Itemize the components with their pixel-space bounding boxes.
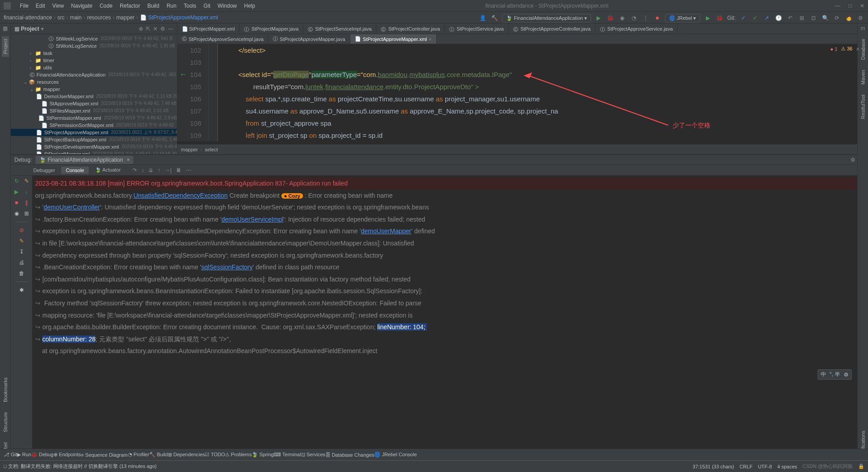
tree-row[interactable]: ⒸFinancialAttendanceApplication2023/8/19…	[11, 71, 177, 78]
tree-row[interactable]: ›📁utils	[11, 64, 177, 71]
lock-icon[interactable]: 🔒	[858, 463, 864, 469]
error-indicator[interactable]: ● 1	[830, 46, 837, 52]
warning-indicator[interactable]: ⚠ 36	[841, 46, 852, 52]
right-tab-maven[interactable]: Maven	[859, 67, 867, 87]
menu-view[interactable]: View	[49, 3, 68, 9]
left-tab-structure[interactable]: Structure	[2, 409, 9, 435]
git-rollback-icon[interactable]: ↶	[786, 14, 794, 22]
avatar-icon[interactable]: 🧑	[845, 14, 853, 22]
tree-row[interactable]: ⌄📦resources	[11, 78, 177, 86]
bottom-tab-dependencies[interactable]: ⊞ Dependencies	[168, 452, 205, 458]
layout-icon[interactable]: ⊞	[23, 210, 30, 217]
editor-tab[interactable]: ⒸStProjectApproveController.java	[509, 23, 596, 34]
tree-row[interactable]: ›📁timer	[11, 57, 177, 64]
more-icon[interactable]: ⋮	[642, 14, 650, 22]
jrebel-run-icon[interactable]: ▶	[704, 14, 712, 22]
breadcrumb-item[interactable]: financial-attendance	[4, 14, 52, 21]
debug-run-tab[interactable]: 🍃 FinancialAttendanceApplication×	[36, 156, 133, 164]
indent[interactable]: 4 spaces	[778, 464, 797, 469]
profile-icon[interactable]: ◔	[630, 14, 638, 22]
chevron-up-icon[interactable]: ʌ	[856, 46, 859, 52]
close-icon[interactable]: ×	[429, 36, 431, 42]
menu-navigate[interactable]: Navigate	[68, 3, 96, 9]
step-over-icon[interactable]: ↷	[132, 167, 137, 173]
menu-tools[interactable]: Tools	[180, 3, 200, 9]
settings2-icon[interactable]: ✱	[18, 286, 25, 294]
tree-row[interactable]: 📄StFilesMapper.xml2023/8/19 0019 下午 4:49…	[11, 107, 177, 114]
actuator-tab[interactable]: 🍃 Actuator	[90, 166, 125, 174]
breadcrumb-item[interactable]: main	[70, 14, 81, 21]
step-out-icon[interactable]: ↑	[158, 167, 160, 173]
project-tree[interactable]: ⒾStWeekLogService2023/8/19 0019 下午 4:49:…	[11, 34, 177, 154]
rerun-icon[interactable]: ↻	[13, 177, 20, 185]
stop-icon[interactable]: ■	[653, 14, 661, 22]
bottom-tab-spring[interactable]: 🍃 Spring	[252, 452, 274, 458]
sync-icon[interactable]: ⟳	[833, 14, 841, 22]
exception-link[interactable]: demoUserController	[44, 204, 100, 211]
more3-icon[interactable]: ⊡	[809, 14, 818, 22]
scroll-icon[interactable]: ↧	[18, 248, 25, 255]
menu-git[interactable]: Git	[200, 3, 214, 9]
tree-row[interactable]: 📄StProjectBackupMapper.xml2023/8/19 0019…	[11, 136, 177, 143]
editor-tab[interactable]: 📄StProjectApproveMapper.xml ×	[350, 34, 437, 44]
editor-tab[interactable]: ⒾStProjectApproveMapper.java	[268, 34, 350, 44]
close-tab-icon[interactable]: ×	[127, 157, 130, 163]
menu-refactor[interactable]: Refactor	[116, 3, 144, 9]
project-icon[interactable]: ▦	[3, 25, 8, 32]
tree-row[interactable]: ›📁task	[11, 50, 177, 57]
evaluate-icon[interactable]: 🖩	[176, 167, 181, 173]
clear-icon[interactable]: 🗑	[18, 270, 25, 277]
jrebel-dropdown[interactable]: 🌀 JRebel ▾	[665, 14, 700, 23]
menu-edit[interactable]: Edit	[32, 3, 49, 9]
run-icon[interactable]: ▶	[595, 14, 603, 22]
menu-file[interactable]: File	[16, 3, 32, 9]
hide-icon[interactable]: —	[168, 26, 173, 32]
gear-icon[interactable]: ⚙	[160, 26, 165, 32]
left-tab-bookmarks[interactable]: Bookmarks	[2, 375, 9, 405]
menu-run[interactable]: Run	[163, 3, 180, 9]
git-push-icon[interactable]: ↗	[763, 14, 771, 22]
bottom-tab-sequence-diagram[interactable]: ≡ Sequence Diagram	[81, 452, 128, 458]
git-history-icon[interactable]: 🕐	[774, 14, 782, 22]
rerun2-icon[interactable]: ↓	[23, 188, 30, 195]
close-icon[interactable]: ✕	[860, 3, 864, 9]
bottom-tab-jrebel[interactable]: 🌀 JRebel Console	[374, 452, 417, 458]
minimize-icon[interactable]: —	[835, 3, 841, 9]
tree-row[interactable]: 📄StApproveMapper.xml2023/8/19 0019 下午 4:…	[11, 100, 177, 107]
breadcrumb-item[interactable]: src	[57, 14, 64, 21]
console-output[interactable]: 2023-08-21 08:38:18.108 [main] ERROR org…	[32, 176, 868, 460]
editor-tab[interactable]: ⒸStProjectApproveServiceImpl.java	[177, 34, 268, 44]
run-to-cursor-icon[interactable]: →|	[165, 167, 172, 173]
line-separator[interactable]: CRLF	[740, 464, 753, 469]
editor-tab[interactable]: ⒾStProjectService.java	[445, 23, 509, 34]
coverage-icon[interactable]: ◉	[618, 14, 626, 22]
right-tab-restful[interactable]: RestfulTool	[859, 92, 867, 122]
pause-icon[interactable]: ‖	[23, 199, 30, 206]
user-icon[interactable]: 👤	[479, 14, 487, 22]
exception-link[interactable]: demoUserMapper	[361, 227, 411, 235]
bottom-tab-git[interactable]: ⎇ Git	[4, 452, 17, 458]
run-configuration-select[interactable]: 🍃 FinancialAttendanceApplication ▾	[502, 14, 591, 23]
debug-icon[interactable]: 🐞	[606, 14, 615, 22]
maven-m-icon[interactable]: m	[861, 25, 865, 32]
modify-icon[interactable]: ✎	[23, 177, 30, 185]
exception-link[interactable]: demoUserServiceImpl	[222, 216, 284, 223]
tree-row[interactable]: 📄StPermissionMapper.xml2023/8/19 0019 下午…	[11, 114, 177, 122]
settings-icon[interactable]: ⚙	[856, 14, 864, 22]
tree-row[interactable]: 📄StProjectDevelopmentMapper.xml2023/8/19…	[11, 143, 177, 150]
hammer-icon[interactable]: 🔨	[490, 14, 498, 22]
more2-icon[interactable]: ⊞	[798, 14, 806, 22]
bottom-tab-services[interactable]: ⊡ Services	[301, 452, 326, 458]
jrebel-debug-icon[interactable]: 🐞	[715, 14, 723, 22]
menu-code[interactable]: Code	[96, 3, 116, 9]
bottom-tab-debug[interactable]: 🐞 Debug	[31, 452, 53, 458]
bottom-tab-todo[interactable]: ☑ TODO	[205, 452, 225, 458]
bottom-tab-run[interactable]: ▶ Run	[17, 452, 31, 458]
search-icon[interactable]: 🔍	[821, 14, 829, 22]
code-editor[interactable]: ● 1 ⚠ 36 ʌ v 102 </select> 103 104← <sel…	[177, 44, 868, 144]
git-commit-icon[interactable]: ✓	[751, 14, 759, 22]
view-breakpoints-icon[interactable]: ◉	[13, 210, 20, 217]
mute-bp-icon[interactable]: ⊘	[18, 227, 25, 234]
gear-icon[interactable]: ⚙	[850, 157, 855, 163]
tree-row[interactable]: 📄StProjectMapper.xml2023/8/19 0019 下午 4:…	[11, 150, 177, 154]
